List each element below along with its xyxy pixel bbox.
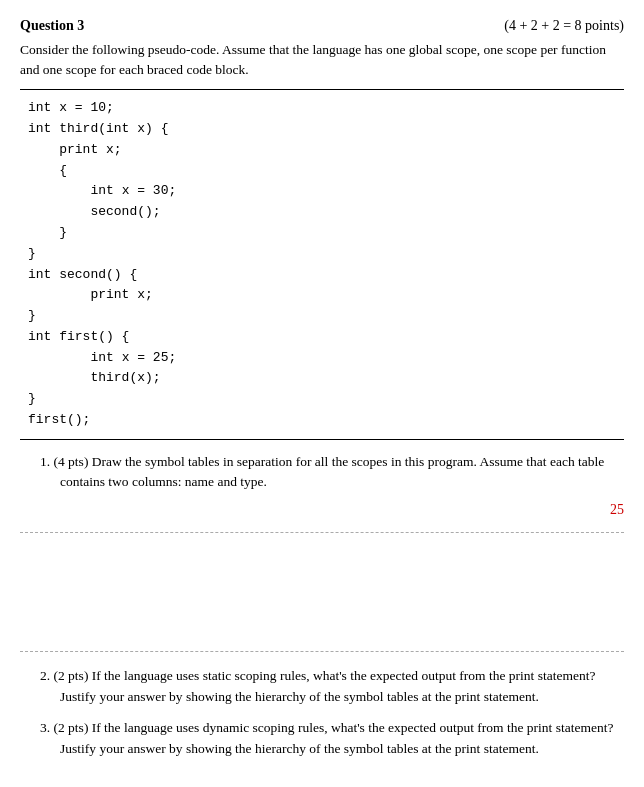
sub-question-2-number: 2. bbox=[40, 668, 54, 683]
code-block: int x = 10; int third(int x) { print x; … bbox=[20, 89, 624, 440]
code-line: int x = 10; bbox=[28, 98, 624, 119]
sub-question-3-number: 3. bbox=[40, 720, 54, 735]
code-line: print x; bbox=[28, 285, 624, 306]
code-line: int second() { bbox=[28, 265, 624, 286]
sub-question-1-text: Draw the symbol tables in separation for… bbox=[60, 454, 604, 489]
sub-question-3-text: If the language uses dynamic scoping rul… bbox=[60, 720, 613, 756]
sub-question-2-points: (2 pts) bbox=[54, 668, 92, 683]
sub-question-2-text: If the language uses static scoping rule… bbox=[60, 668, 595, 704]
code-line: } bbox=[28, 306, 624, 327]
code-line: print x; bbox=[28, 140, 624, 161]
code-line: { bbox=[28, 161, 624, 182]
question-title: Question 3 bbox=[20, 18, 84, 34]
code-line: first(); bbox=[28, 410, 624, 431]
sub-question-1-points: (4 pts) bbox=[54, 454, 92, 469]
sub-question-3: 3. (2 pts) If the language uses dynamic … bbox=[40, 718, 624, 760]
code-line: third(x); bbox=[28, 368, 624, 389]
code-line: int x = 25; bbox=[28, 348, 624, 369]
code-line: int x = 30; bbox=[28, 181, 624, 202]
sub-question-1-number: 1. bbox=[40, 454, 54, 469]
code-line: } bbox=[28, 389, 624, 410]
sub-questions-bottom: 2. (2 pts) If the language uses static s… bbox=[20, 666, 624, 760]
sub-question-1: 1. (4 pts) Draw the symbol tables in sep… bbox=[40, 452, 624, 493]
question-points: (4 + 2 + 2 = 8 points) bbox=[504, 18, 624, 34]
code-line: } bbox=[28, 244, 624, 265]
sub-question-2: 2. (2 pts) If the language uses static s… bbox=[40, 666, 624, 708]
question-description: Consider the following pseudo-code. Assu… bbox=[20, 40, 624, 79]
answer-area bbox=[20, 532, 624, 652]
page-number: 25 bbox=[20, 502, 624, 518]
code-line: } bbox=[28, 223, 624, 244]
sub-questions-top: 1. (4 pts) Draw the symbol tables in sep… bbox=[20, 452, 624, 493]
code-line: int third(int x) { bbox=[28, 119, 624, 140]
code-line: second(); bbox=[28, 202, 624, 223]
question-header: Question 3 (4 + 2 + 2 = 8 points) bbox=[20, 18, 624, 34]
sub-question-3-points: (2 pts) bbox=[54, 720, 92, 735]
code-line: int first() { bbox=[28, 327, 624, 348]
